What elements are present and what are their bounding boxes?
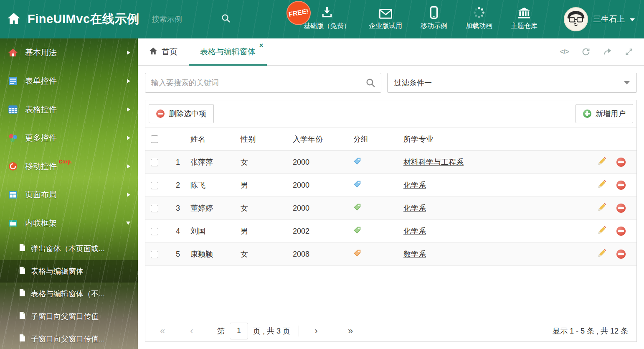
row-year: 2008 xyxy=(289,250,350,259)
page-label-suffix: 页 , 共 3 页 xyxy=(253,326,290,336)
delete-row-icon[interactable] xyxy=(616,158,626,167)
major-link[interactable]: 化学系 xyxy=(403,227,426,235)
table-body: 1 张萍萍 女 2000 材料科学与工程系 2 陈飞 男 2000 化学系 xyxy=(145,151,636,266)
row-checkbox[interactable] xyxy=(151,251,158,258)
tab-label: 首页 xyxy=(162,46,177,57)
row-gender: 女 xyxy=(237,203,289,213)
header-search xyxy=(152,13,238,25)
table-row[interactable]: 4 刘国 男 2002 化学系 xyxy=(145,220,636,243)
delete-row-icon[interactable] xyxy=(616,204,626,213)
nav-loading-animation[interactable]: 加载动画 xyxy=(466,5,492,31)
row-checkbox[interactable] xyxy=(151,205,158,212)
table-row[interactable]: 1 张萍萍 女 2000 材料科学与工程系 xyxy=(145,151,636,174)
refresh-icon[interactable] xyxy=(581,47,591,56)
tab-grid-edit-window[interactable]: 表格与编辑窗体 × xyxy=(189,38,267,65)
row-name: 张萍萍 xyxy=(187,157,237,167)
filter-row: 过滤条件一 xyxy=(145,73,637,93)
brand[interactable]: FineUIMvc在线示例 xyxy=(0,11,139,28)
sidebar-subitem-child-to-parent[interactable]: 子窗口向父窗口传值 xyxy=(0,305,138,328)
nav-enterprise-trial[interactable]: 企业版试用 xyxy=(369,5,402,31)
first-page-button[interactable]: « xyxy=(154,326,171,336)
chevron-right-icon xyxy=(127,193,130,197)
filter-dropdown[interactable]: 过滤条件一 xyxy=(387,73,637,93)
button-label: 删除选中项 xyxy=(169,109,206,119)
major-link[interactable]: 化学系 xyxy=(403,181,426,189)
major-link[interactable]: 材料科学与工程系 xyxy=(403,158,464,166)
search-icon[interactable] xyxy=(365,78,376,90)
subitem-label: 子窗口向父窗口传值 xyxy=(31,311,99,321)
mobile-icon xyxy=(430,5,438,19)
delete-selected-button[interactable]: 删除选中项 xyxy=(149,104,214,123)
envelope-icon xyxy=(379,5,392,19)
row-year: 2000 xyxy=(289,181,350,190)
nav-label: 企业版试用 xyxy=(369,22,402,31)
major-link[interactable]: 数学系 xyxy=(403,250,426,258)
row-checkbox[interactable] xyxy=(151,228,158,235)
delete-row-icon[interactable] xyxy=(616,181,626,190)
search-icon[interactable] xyxy=(221,13,231,25)
share-icon[interactable] xyxy=(603,47,612,56)
bank-icon xyxy=(518,5,530,19)
table-row[interactable]: 3 董婷婷 女 2000 化学系 xyxy=(145,197,636,220)
expand-icon[interactable] xyxy=(625,48,633,56)
delete-row-icon[interactable] xyxy=(616,250,626,259)
next-page-button[interactable]: › xyxy=(307,326,325,336)
row-name: 刘国 xyxy=(187,226,237,236)
edit-icon[interactable] xyxy=(597,249,606,260)
sidebar-item-mobile-controls[interactable]: 移动控件 Corp. xyxy=(0,152,138,181)
nav-mobile-demo[interactable]: 移动示例 xyxy=(421,5,447,31)
sidebar-subitem-popup-window[interactable]: 弹出窗体（本页面或... xyxy=(0,237,138,260)
sidebar-item-more-controls[interactable]: 更多控件 xyxy=(0,124,138,152)
sidebar-item-form-controls[interactable]: 表单控件 xyxy=(0,67,138,95)
page-icon xyxy=(19,311,25,321)
prev-page-button[interactable]: ‹ xyxy=(183,326,200,336)
header-nav: 基础版（免费） 企业版试用 移动示例 加载动画 主题仓库 xyxy=(304,5,538,31)
nav-label: 主题仓库 xyxy=(511,22,538,31)
sidebar-item-label: 表格控件 xyxy=(25,104,57,115)
sidebar-subitem-child-to-parent-2[interactable]: 子窗口向父窗口传值... xyxy=(0,328,138,349)
sidebar-item-grid-controls[interactable]: 表格控件 xyxy=(0,95,138,124)
tab-tools: </> xyxy=(560,38,644,65)
keyword-search-input[interactable] xyxy=(145,73,381,92)
row-checkbox[interactable] xyxy=(151,182,158,189)
row-checkbox[interactable] xyxy=(151,159,158,166)
header-search-input[interactable] xyxy=(152,15,221,24)
subitem-label: 子窗口向父窗口传值... xyxy=(31,334,105,344)
user-menu[interactable]: 三生石上 xyxy=(564,7,644,31)
select-all-checkbox[interactable] xyxy=(151,135,158,143)
last-page-button[interactable]: » xyxy=(342,326,359,336)
delete-row-icon[interactable] xyxy=(616,227,626,236)
nav-theme-store[interactable]: 主题仓库 xyxy=(511,5,538,31)
top-header: FineUIMvc在线示例 FREE! 基础版（免费） 企业版试用 移动示例 xyxy=(0,0,644,38)
tab-close-icon[interactable]: × xyxy=(259,42,263,49)
col-name: 姓名 xyxy=(187,134,237,144)
table-row[interactable]: 2 陈飞 男 2000 化学系 xyxy=(145,174,636,197)
keyword-search xyxy=(145,73,381,93)
row-gender: 女 xyxy=(237,249,289,259)
tab-bar: 首页 表格与编辑窗体 × </> xyxy=(138,38,644,66)
sidebar-item-label: 页面布局 xyxy=(25,189,57,200)
tab-home[interactable]: 首页 xyxy=(138,38,189,65)
chevron-right-icon xyxy=(127,164,130,168)
col-year: 入学年份 xyxy=(289,134,350,144)
page-number-input[interactable] xyxy=(230,323,248,339)
edit-icon[interactable] xyxy=(597,226,606,237)
sidebar-subitem-grid-edit-window[interactable]: 表格与编辑窗体 xyxy=(0,260,138,283)
add-user-button[interactable]: 新增用户 xyxy=(576,104,633,123)
sidebar-item-basic-usage[interactable]: 基本用法 xyxy=(0,38,138,67)
table-row[interactable]: 5 康颖颖 女 2008 数学系 xyxy=(145,243,636,266)
sidebar-subitem-grid-edit-window-2[interactable]: 表格与编辑窗体（不... xyxy=(0,283,138,305)
nav-label: 基础版（免费） xyxy=(304,22,350,31)
code-icon[interactable]: </> xyxy=(560,48,569,56)
major-link[interactable]: 化学系 xyxy=(403,204,426,212)
nav-label: 加载动画 xyxy=(466,22,492,31)
edit-icon[interactable] xyxy=(597,203,606,214)
edit-icon[interactable] xyxy=(597,157,606,168)
nav-basic-edition[interactable]: 基础版（免费） xyxy=(304,5,350,31)
edit-icon[interactable] xyxy=(597,180,606,191)
sidebar-item-inline-frame[interactable]: 内联框架 xyxy=(0,209,138,237)
sidebar-item-page-layout[interactable]: 页面布局 xyxy=(0,181,138,209)
page-icon xyxy=(19,244,25,254)
tag-icon xyxy=(353,180,361,188)
chevron-down-icon xyxy=(126,222,130,225)
